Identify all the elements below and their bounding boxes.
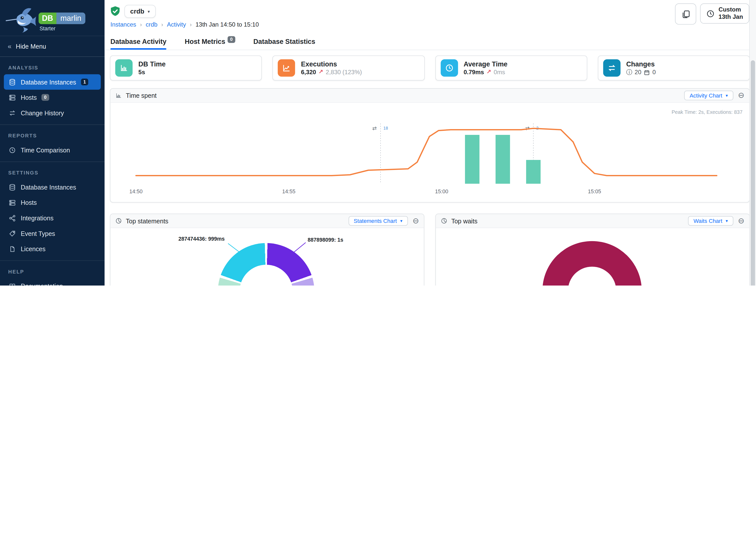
topbar: crdb ▾ Instances › crdb › Activity › 13t… <box>105 0 756 50</box>
copy-icon <box>681 10 690 19</box>
sidebar-section-help: HELP Documentation Community Support <box>0 260 105 286</box>
donut-label: 287474436: 999ms <box>178 236 225 242</box>
sidebar-item-hosts-settings[interactable]: Hosts <box>4 195 101 210</box>
kpi-changes: Changes ⓘ 20 0 <box>598 55 750 80</box>
brand-db: DB <box>39 13 56 24</box>
integrations-icon <box>8 214 16 222</box>
top-statements-panel: Top statements Statements Chart ▾ ⊖ <box>110 214 424 286</box>
book-icon <box>8 282 16 286</box>
sidebar-item-database-instances-settings[interactable]: Database Instances <box>4 179 101 195</box>
trend-up-icon: ↗ <box>319 69 323 76</box>
server-icon <box>8 199 16 206</box>
sidebar-section-reports: REPORTS Time Comparison <box>0 124 105 161</box>
activity-chart[interactable]: ⇄18⇄214:5014:5515:0015:05 <box>110 105 749 200</box>
svg-text:18: 18 <box>384 126 388 130</box>
collapse-panel-icon[interactable]: ⊖ <box>413 217 419 225</box>
kpi-value: 6,320 <box>301 68 316 76</box>
kpi-db-time: DB Time 5s <box>110 55 262 80</box>
sidebar-section-settings: SETTINGS Database Instances Hosts Integr… <box>0 161 105 260</box>
kpi-average-time: Average Time 0.79ms ↗ 0ms <box>435 55 587 80</box>
breadcrumb-activity[interactable]: Activity <box>167 21 186 28</box>
sidebar-section-analysis: ANALYSIS Database Instances 1 Hosts 0 Ch… <box>0 57 105 124</box>
svg-text:14:55: 14:55 <box>282 189 296 194</box>
kpi-cards: DB Time 5s Executions 6,320 ↗ 2,830 (123… <box>110 55 750 80</box>
sidebar-item-database-instances[interactable]: Database Instances 1 <box>4 74 101 90</box>
waits-chart-dropdown[interactable]: Waits Chart ▾ <box>688 216 733 226</box>
kpi-info-count: 20 <box>635 68 641 76</box>
instance-selector[interactable]: crdb ▾ <box>124 5 156 18</box>
chevron-down-icon: ▾ <box>148 9 150 14</box>
clock-icon <box>440 59 458 77</box>
sidebar-item-time-comparison[interactable]: Time Comparison <box>4 142 101 158</box>
kpi-event-count: 0 <box>652 68 656 76</box>
marlin-fish-icon <box>5 6 37 34</box>
health-shield-icon <box>110 6 121 17</box>
time-range-date: 13th Jan <box>719 14 743 20</box>
sidebar-item-documentation[interactable]: Documentation <box>4 278 101 286</box>
server-icon <box>8 94 16 101</box>
kpi-value: 5s <box>138 68 145 76</box>
change-history-icon <box>8 109 16 117</box>
breadcrumb-instance[interactable]: crdb <box>146 21 157 28</box>
svg-text:14:50: 14:50 <box>129 189 143 194</box>
sidebar: DB marlin Starter « Hide Menu ANALYSIS D… <box>0 0 105 286</box>
clock-icon <box>706 10 715 18</box>
count-badge: 1 <box>81 79 88 85</box>
chevron-down-icon: ▾ <box>726 218 728 223</box>
database-icon <box>8 78 16 86</box>
brand-wordmark: DB marlin <box>39 13 85 24</box>
svg-text:⇄: ⇄ <box>372 125 377 131</box>
database-icon <box>8 183 16 191</box>
donut-label: 887898099: 1s <box>308 237 343 242</box>
top-waits-panel: Top waits Waits Chart ▾ ⊖ <box>435 214 750 286</box>
kpi-delta: 2,830 (123%) <box>326 68 362 76</box>
trend-up-icon: ↗ <box>487 69 491 76</box>
main-tabs: Database Activity Host Metrics 0 Databas… <box>110 38 315 50</box>
collapse-chevrons-icon: « <box>8 42 12 50</box>
bar-chart-icon <box>115 59 133 77</box>
line-chart-icon <box>278 59 295 77</box>
sidebar-item-change-history[interactable]: Change History <box>4 105 101 121</box>
time-range-button[interactable]: Custom 13th Jan <box>700 3 749 24</box>
licence-icon <box>8 245 16 253</box>
panel-title: Top waits <box>451 217 477 225</box>
breadcrumb-instances[interactable]: Instances <box>110 21 136 28</box>
activity-chart-dropdown[interactable]: Activity Chart ▾ <box>684 91 733 100</box>
copy-link-button[interactable] <box>675 3 696 25</box>
tab-database-activity[interactable]: Database Activity <box>110 38 166 50</box>
page-scrollbar[interactable] <box>749 0 756 286</box>
breadcrumb: Instances › crdb › Activity › 13th Jan 1… <box>110 21 259 28</box>
count-badge: 0 <box>228 36 235 43</box>
breadcrumb-time-range: 13th Jan 14:50 to 15:10 <box>196 21 259 28</box>
kpi-title: Executions <box>301 60 362 68</box>
content: DB Time 5s Executions 6,320 ↗ 2,830 (123… <box>105 50 756 286</box>
sidebar-item-hosts[interactable]: Hosts 0 <box>4 90 101 105</box>
kpi-value: 0.79ms <box>463 68 484 76</box>
collapse-panel-icon[interactable]: ⊖ <box>738 217 744 225</box>
tab-host-metrics[interactable]: Host Metrics 0 <box>185 38 235 50</box>
app-viewport: DB marlin Starter « Hide Menu ANALYSIS D… <box>0 0 756 286</box>
tab-database-statistics[interactable]: Database Statistics <box>253 38 315 50</box>
statements-donut[interactable] <box>218 243 314 286</box>
chevron-down-icon: ▾ <box>726 93 728 98</box>
brand-marlin: marlin <box>56 13 85 24</box>
count-badge: 0 <box>42 94 49 101</box>
waits-donut[interactable] <box>542 241 642 286</box>
collapse-panel-icon[interactable]: ⊖ <box>738 91 744 99</box>
info-circle-icon[interactable]: ⓘ <box>626 68 632 76</box>
top-waits-chart: executing: 5s <box>436 228 749 286</box>
sidebar-item-integrations[interactable]: Integrations <box>4 210 101 226</box>
sidebar-item-event-types[interactable]: Event Types <box>4 226 101 241</box>
hide-menu-button[interactable]: « Hide Menu <box>0 36 105 57</box>
svg-text:15:00: 15:00 <box>435 189 448 194</box>
statements-chart-dropdown[interactable]: Statements Chart ▾ <box>348 216 408 226</box>
svg-text:15:05: 15:05 <box>588 189 601 194</box>
changes-icon <box>603 59 620 77</box>
kpi-title: Average Time <box>463 60 507 68</box>
chevron-down-icon: ▾ <box>400 218 403 223</box>
app-logo[interactable]: DB marlin Starter <box>0 0 105 36</box>
event-types-icon <box>8 230 16 237</box>
calendar-icon[interactable] <box>644 69 650 75</box>
scrollbar-thumb[interactable] <box>751 60 755 286</box>
sidebar-item-licences[interactable]: Licences <box>4 241 101 257</box>
